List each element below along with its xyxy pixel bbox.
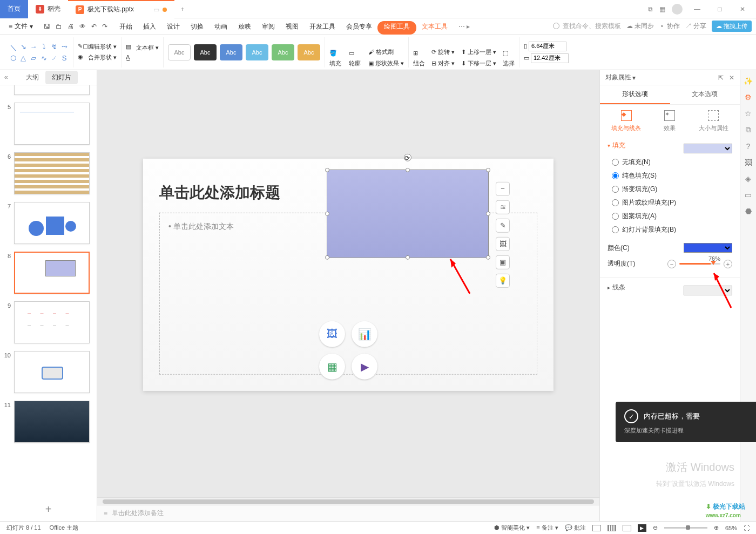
shape-style-gallery[interactable]: Abc Abc Abc Abc Abc Abc [168, 44, 320, 60]
view-normal-icon[interactable] [592, 525, 601, 531]
width-input[interactable] [531, 53, 569, 63]
radio-solid-fill[interactable]: 纯色填充(S) [612, 171, 732, 180]
avatar[interactable] [672, 4, 683, 15]
insert-video-icon[interactable]: ▶ [352, 353, 377, 379]
float-frame-icon[interactable]: ▣ [496, 255, 510, 269]
slide-viewport[interactable]: 单击此处添加标题 • 单击此处添加文本 🖼 📊 ▦ ▶ ⟳ [97, 70, 599, 497]
qat-preview-icon[interactable]: 👁 [79, 23, 86, 30]
zoom-value[interactable]: 65% [725, 525, 737, 531]
share-button[interactable]: ↗ 分享 [685, 22, 706, 31]
maximize-button[interactable]: □ [712, 5, 728, 13]
tab-home[interactable]: 首页 [0, 0, 28, 18]
tab-outline[interactable]: 大纲 [19, 71, 45, 84]
slide-thumb-6[interactable] [14, 152, 90, 194]
font-button[interactable]: A̲ [126, 54, 159, 61]
style-swatch-4[interactable]: Abc [246, 44, 268, 60]
collapse-panel-icon[interactable]: « [4, 73, 8, 81]
menu-transition[interactable]: 切换 [185, 18, 209, 35]
shape-gallery[interactable]: ＼↘→⤵↯⤳ ⬡△▱∿⟋S [9, 43, 69, 62]
resize-handle-s[interactable] [406, 255, 410, 259]
merge-shape-button[interactable]: ◉合并形状 ▾ [78, 53, 117, 62]
side-help-icon[interactable]: ? [746, 142, 751, 151]
qat-redo-icon[interactable]: ↷ [102, 23, 107, 30]
slide[interactable]: 单击此处添加标题 • 单击此处添加文本 🖼 📊 ▦ ▶ ⟳ [143, 158, 554, 390]
radio-pattern-fill[interactable]: 图案填充(A) [612, 212, 732, 221]
side-cube-icon[interactable]: ⬣ [745, 207, 752, 215]
cloud-upload-button[interactable]: ☁ 拖拽上传 [712, 21, 752, 32]
qat-undo-icon[interactable]: ↶ [91, 23, 97, 30]
style-swatch-1[interactable]: Abc [168, 44, 191, 60]
float-image-icon[interactable]: 🖼 [496, 236, 510, 251]
side-location-icon[interactable]: ◈ [745, 174, 751, 183]
resize-handle-ne[interactable] [486, 167, 490, 172]
resize-handle-w[interactable] [325, 211, 329, 215]
window-layout-icon[interactable]: ⧉ [648, 5, 653, 13]
height-input[interactable] [529, 42, 566, 51]
close-panel-icon[interactable]: ✕ [729, 74, 734, 82]
side-copy-icon[interactable]: ⧉ [746, 125, 751, 134]
tab-text-options[interactable]: 文本选项 [670, 85, 740, 104]
float-edit-icon[interactable]: ✎ [496, 218, 510, 232]
qat-saveas-icon[interactable]: 🗀 [56, 23, 62, 30]
edit-shape-button[interactable]: ✎▢编辑形状 ▾ [78, 43, 117, 51]
radio-picture-fill[interactable]: 图片或纹理填充(P) [612, 198, 732, 207]
side-beautify-icon[interactable]: ✨ [744, 77, 753, 85]
fill-section-title[interactable]: 填充 [608, 141, 625, 150]
slideshow-button[interactable]: ▶ [638, 524, 646, 532]
menu-text-tools[interactable]: 文本工具 [416, 18, 453, 35]
radio-gradient-fill[interactable]: 渐变填充(G) [612, 185, 732, 194]
comments-toggle[interactable]: 💬 批注 [565, 524, 586, 532]
menu-view[interactable]: 视图 [280, 18, 304, 35]
menu-drawing-tools[interactable]: 绘图工具 [377, 21, 416, 35]
view-sorter-icon[interactable] [608, 525, 616, 531]
float-layers-icon[interactable]: ≋ [496, 200, 510, 214]
select-dropdown[interactable]: ⬚选择 [503, 50, 515, 67]
side-star-icon[interactable]: ☆ [745, 109, 752, 118]
slide-thumb-11[interactable] [14, 401, 90, 443]
side-settings-icon[interactable]: ⚙ [745, 93, 752, 102]
shape-effect-button[interactable]: ▣ 形状效果 ▾ [368, 59, 404, 67]
menu-insert[interactable]: 插入 [138, 18, 161, 35]
slide-thumb-4[interactable] [14, 85, 90, 95]
horizontal-scrollbar[interactable] [97, 497, 599, 505]
notes-bar[interactable]: ≡ 单击此处添加备注 [97, 505, 599, 521]
menu-slideshow[interactable]: 放映 [233, 18, 256, 35]
textbox-button[interactable]: ▤文本框 ▾ [126, 43, 159, 52]
style-swatch-2[interactable]: Abc [194, 44, 217, 60]
radio-no-fill[interactable]: 无填充(N) [612, 158, 732, 167]
menu-member[interactable]: 会员专享 [341, 18, 377, 35]
style-swatch-3[interactable]: Abc [220, 44, 242, 60]
align-button[interactable]: ⊟ 对齐 ▾ [431, 59, 455, 67]
fill-dropdown[interactable]: 🪣填充 [329, 50, 341, 67]
insert-table-icon[interactable]: ▦ [319, 353, 345, 379]
menu-developer[interactable]: 开发工具 [304, 18, 341, 35]
beautify-button[interactable]: ⬢ 智能美化 ▾ [494, 524, 530, 532]
zoom-in-icon[interactable]: ⊕ [714, 524, 719, 531]
zoom-slider[interactable] [664, 527, 707, 529]
bring-forward-button[interactable]: ⬆ 上移一层 ▾ [461, 48, 496, 56]
view-reading-icon[interactable] [623, 525, 631, 531]
minimize-button[interactable]: — [689, 5, 705, 13]
slide-thumb-8[interactable] [14, 252, 90, 294]
tab-document[interactable]: P 极光下载站.pptx ▭ [68, 0, 174, 18]
search-input[interactable]: 查找命令、搜索模板 [553, 22, 621, 31]
line-preview-dropdown[interactable] [684, 286, 732, 295]
resize-handle-n[interactable] [406, 167, 410, 172]
side-image-icon[interactable]: 🖼 [745, 158, 752, 167]
file-menu[interactable]: ≡ 文件 ▾ [4, 22, 37, 31]
menu-overflow[interactable]: ⋯ ▸ [453, 18, 475, 35]
group-dropdown[interactable]: ⊞组合 [413, 50, 425, 67]
subtab-size[interactable]: 大小与属性 [699, 110, 728, 132]
insert-image-icon[interactable]: 🖼 [319, 321, 345, 347]
app-grid-icon[interactable]: ▦ [659, 5, 665, 13]
float-collapse-icon[interactable]: − [496, 181, 510, 195]
rotate-button[interactable]: ⟳ 旋转 ▾ [431, 48, 455, 56]
tab-slides[interactable]: 幻灯片 [45, 71, 78, 84]
rotate-handle[interactable]: ⟳ [404, 153, 411, 161]
tab-shape-options[interactable]: 形状选项 [600, 85, 670, 104]
fill-preview-dropdown[interactable] [684, 144, 732, 153]
side-present-icon[interactable]: ▭ [745, 191, 752, 199]
subtab-fill-line[interactable]: ◆填充与线条 [611, 110, 641, 132]
style-swatch-5[interactable]: Abc [272, 44, 294, 60]
qat-save-icon[interactable]: 🖫 [44, 23, 50, 30]
